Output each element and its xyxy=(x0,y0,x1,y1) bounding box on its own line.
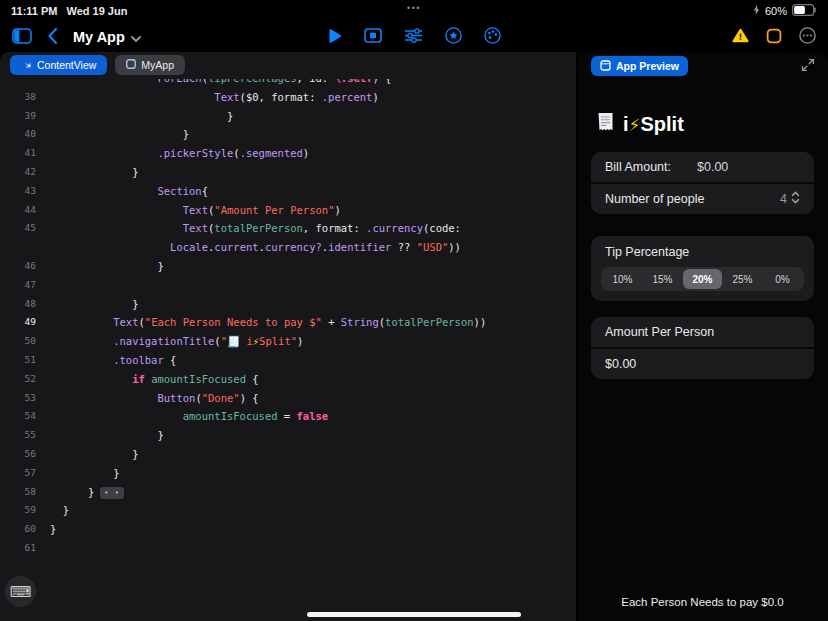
code-line[interactable]: 50.navigationTitle("🧾 i⚡Split") xyxy=(0,332,576,351)
line-number: 46 xyxy=(0,257,50,276)
code-line[interactable]: 41.pickerStyle(.segmented) xyxy=(0,144,576,163)
app-box-icon xyxy=(766,28,782,47)
play-icon xyxy=(327,28,342,47)
people-picker-row[interactable]: Number of people 4 xyxy=(591,184,814,214)
code-line[interactable]: 54amountIsFocused = false xyxy=(0,407,576,426)
line-number: 54 xyxy=(0,407,50,426)
issues-button[interactable] xyxy=(732,28,749,46)
toolbar: My App xyxy=(0,22,828,52)
ellipsis-circle-icon xyxy=(799,27,816,47)
code-line[interactable]: ForEach(tipPercentages, id: \.self) { xyxy=(0,79,576,88)
code-line[interactable]: 55} xyxy=(0,426,576,445)
tip-section-card: Tip Percentage 10%15%20%25%0% xyxy=(591,236,814,301)
star-circle-icon xyxy=(445,27,462,47)
tip-option[interactable]: 0% xyxy=(763,269,802,289)
line-number: 49 xyxy=(0,313,50,332)
keyboard-icon: ⌨ xyxy=(10,583,32,601)
code-line[interactable]: 59} xyxy=(0,501,576,520)
line-number: 56 xyxy=(0,445,50,464)
tip-option[interactable]: 25% xyxy=(723,269,762,289)
code-line[interactable]: 57} xyxy=(0,464,576,483)
code-line[interactable]: 44Text("Amount Per Person") xyxy=(0,201,576,220)
tab-myapp[interactable]: MyApp xyxy=(115,55,185,75)
code-line[interactable]: 40} xyxy=(0,125,576,144)
run-button[interactable] xyxy=(327,28,342,47)
line-number: 50 xyxy=(0,332,50,351)
code-line[interactable]: 49Text("Each Person Needs to pay $" + St… xyxy=(0,313,576,332)
people-picker-value[interactable]: 4 xyxy=(780,191,800,207)
editor-tabbar: ContentView MyApp xyxy=(10,55,185,75)
code-fold-badge[interactable]: • • xyxy=(100,487,124,499)
app-preview-icon xyxy=(600,60,611,73)
extensions-button[interactable] xyxy=(445,27,462,47)
bill-amount-field[interactable]: $0.00 xyxy=(697,160,728,174)
code-editor[interactable]: ForEach(tipPercentages, id: \.self) {38T… xyxy=(0,79,576,621)
code-line[interactable]: 38Text($0, format: .percent) xyxy=(0,88,576,107)
line-number: 57 xyxy=(0,464,50,483)
appearance-button[interactable] xyxy=(484,27,501,47)
app-title: i⚡Split xyxy=(597,112,828,137)
sidebar-toggle-button[interactable] xyxy=(12,28,32,47)
code-line[interactable]: 53Button("Done") { xyxy=(0,389,576,408)
bill-amount-row[interactable]: Bill Amount: $0.00 xyxy=(591,152,814,182)
line-number xyxy=(0,79,50,88)
code-line[interactable]: 61 xyxy=(0,539,576,558)
home-indicator[interactable] xyxy=(307,612,521,617)
preview-footer: Each Person Needs to pay $0.0 xyxy=(577,596,828,608)
sidebar-icon xyxy=(12,28,32,47)
multitask-handle[interactable]: ••• xyxy=(407,3,421,13)
project-menu[interactable]: My App xyxy=(73,29,141,45)
line-number: 47 xyxy=(0,276,50,295)
keyboard-dismiss-button[interactable]: ⌨ xyxy=(5,576,36,607)
code-line[interactable]: 39} xyxy=(0,107,576,126)
line-number: 51 xyxy=(0,351,50,370)
app-title-text: i⚡Split xyxy=(623,113,684,136)
code-line[interactable]: 51.toolbar { xyxy=(0,351,576,370)
tab-label: ContentView xyxy=(37,59,96,71)
line-number: 55 xyxy=(0,426,50,445)
app-settings-button[interactable] xyxy=(766,28,782,47)
back-button[interactable] xyxy=(47,27,58,48)
people-label: Number of people xyxy=(605,192,704,206)
code-line[interactable]: 43Section{ xyxy=(0,182,576,201)
bolt-icon: ⚡ xyxy=(629,115,641,135)
expand-preview-button[interactable] xyxy=(799,56,817,77)
battery-percent: 60% xyxy=(765,5,787,17)
format-button[interactable] xyxy=(404,28,423,46)
code-line[interactable]: 46} xyxy=(0,257,576,276)
code-line[interactable]: 56} xyxy=(0,445,576,464)
tip-option[interactable]: 15% xyxy=(643,269,682,289)
tab-contentview[interactable]: ContentView xyxy=(10,55,107,75)
more-button[interactable] xyxy=(799,27,816,47)
code-line[interactable]: 47 xyxy=(0,276,576,295)
code-line[interactable]: 42} xyxy=(0,163,576,182)
preview-header: App Preview xyxy=(591,55,817,77)
line-number: 59 xyxy=(0,501,50,520)
line-number: 61 xyxy=(0,539,50,558)
chevron-up-down-icon xyxy=(791,191,800,207)
project-title: My App xyxy=(73,29,125,45)
tip-option[interactable]: 10% xyxy=(603,269,642,289)
amount-value-row: $0.00 xyxy=(591,349,814,379)
code-line[interactable]: 52if amountIsFocused { xyxy=(0,370,576,389)
tip-option[interactable]: 20% xyxy=(683,269,722,289)
code-line[interactable]: Locale.current.currency?.identifier ?? "… xyxy=(0,238,576,257)
app-file-icon xyxy=(126,59,136,71)
app-preview-button[interactable]: App Preview xyxy=(591,56,688,76)
line-number: 60 xyxy=(0,520,50,539)
line-number: 48 xyxy=(0,295,50,314)
tab-label: MyApp xyxy=(141,59,174,71)
tip-label: Tip Percentage xyxy=(591,236,814,267)
amount-label: Amount Per Person xyxy=(605,325,714,339)
code-line[interactable]: 60} xyxy=(0,520,576,539)
code-line[interactable]: 45Text(totalPerPerson, format: .currency… xyxy=(0,219,576,238)
charging-bolt-icon xyxy=(753,5,760,17)
toolbar-right xyxy=(732,27,816,47)
code-line[interactable]: 48} xyxy=(0,295,576,314)
line-number: 38 xyxy=(0,88,50,107)
live-preview-button[interactable] xyxy=(364,28,382,46)
main-split: ContentView MyApp ForEach(tipPercentages… xyxy=(0,52,828,621)
code-editor-pane: ContentView MyApp ForEach(tipPercentages… xyxy=(0,52,577,621)
app-preview-label: App Preview xyxy=(616,60,679,72)
code-line[interactable]: 58}• • xyxy=(0,483,576,502)
